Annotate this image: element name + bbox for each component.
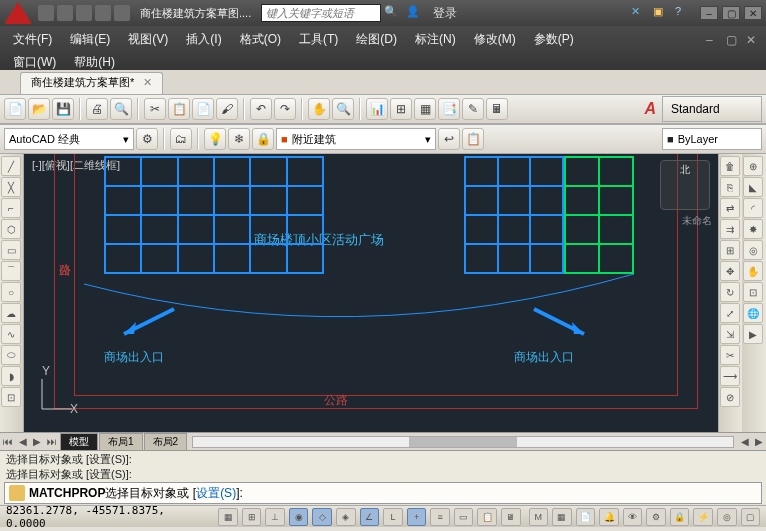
tab-nav-first-icon[interactable]: ⏮: [0, 436, 16, 447]
explode-icon[interactable]: ✸: [743, 219, 763, 239]
tpy-toggle[interactable]: ▭: [454, 508, 474, 526]
qp-toggle[interactable]: 📋: [477, 508, 497, 526]
model-toggle[interactable]: M: [529, 508, 549, 526]
mirror-icon[interactable]: ⇄: [720, 198, 740, 218]
text-style-a-icon[interactable]: A: [644, 100, 656, 118]
revcloud-icon[interactable]: ☁: [1, 303, 21, 323]
offset-icon[interactable]: ⇉: [720, 219, 740, 239]
array-icon[interactable]: ⊞: [720, 240, 740, 260]
rectangle-icon[interactable]: ▭: [1, 240, 21, 260]
layout-tab-2[interactable]: 布局2: [144, 433, 188, 451]
tool-palette-icon[interactable]: ▦: [414, 98, 436, 120]
layer-off-icon[interactable]: 💡: [204, 128, 226, 150]
erase-icon[interactable]: 🗑: [720, 156, 740, 176]
paste-icon[interactable]: 📄: [192, 98, 214, 120]
annotation-scale-icon[interactable]: 🔔: [599, 508, 619, 526]
menu-view[interactable]: 视图(V): [119, 28, 177, 51]
mdi-minimize-icon[interactable]: –: [706, 33, 722, 47]
snap-toggle[interactable]: ▦: [218, 508, 238, 526]
ortho-toggle[interactable]: ⊥: [265, 508, 285, 526]
viewcube-unnamed-label[interactable]: 未命名: [682, 214, 712, 228]
text-style-dropdown[interactable]: Standard: [662, 96, 762, 122]
osnap-toggle[interactable]: ◇: [312, 508, 332, 526]
command-line[interactable]: MATCHPROP 选择目标对象或 [ 设置(S) ]:: [4, 482, 762, 504]
user-icon[interactable]: 👤: [406, 5, 422, 21]
nav-wheel-icon[interactable]: ◎: [743, 240, 763, 260]
sheet-set-icon[interactable]: 📑: [438, 98, 460, 120]
horizontal-scrollbar[interactable]: [192, 436, 734, 448]
app-logo-icon[interactable]: [4, 2, 32, 24]
break-icon[interactable]: ⊘: [720, 387, 740, 407]
menu-format[interactable]: 格式(O): [231, 28, 290, 51]
pan-icon[interactable]: ✋: [308, 98, 330, 120]
line-icon[interactable]: ╱: [1, 156, 21, 176]
stretch-icon[interactable]: ⇲: [720, 324, 740, 344]
fillet-icon[interactable]: ◜: [743, 198, 763, 218]
drawing-canvas[interactable]: [-][俯视][二维线框] 公路 商场楼顶小区活动广场 公路 商场出入口 商场出…: [24, 154, 718, 432]
workspace-switch-icon[interactable]: ⚙: [646, 508, 666, 526]
arc-icon[interactable]: ⌒: [1, 261, 21, 281]
layout-tab-1[interactable]: 布局1: [99, 433, 143, 451]
workspace-dropdown[interactable]: AutoCAD 经典 ▾: [4, 128, 134, 150]
workspace-settings-icon[interactable]: ⚙: [136, 128, 158, 150]
properties-icon[interactable]: 📊: [366, 98, 388, 120]
menu-insert[interactable]: 插入(I): [177, 28, 230, 51]
clean-screen-icon[interactable]: ▢: [741, 508, 761, 526]
circle-icon[interactable]: ○: [1, 282, 21, 302]
tab-nav-next-icon[interactable]: ▶: [30, 436, 44, 447]
minimize-button[interactable]: –: [700, 6, 718, 20]
calc-icon[interactable]: 🖩: [486, 98, 508, 120]
polyline-icon[interactable]: ⌐: [1, 198, 21, 218]
qat-save-icon[interactable]: [76, 5, 92, 21]
ellipse-arc-icon[interactable]: ◗: [1, 366, 21, 386]
polygon-icon[interactable]: ⬡: [1, 219, 21, 239]
file-tab-active[interactable]: 商住楼建筑方案草图* ✕: [20, 72, 163, 94]
command-option[interactable]: 设置(S): [196, 485, 236, 502]
copy-modify-icon[interactable]: ⎘: [720, 177, 740, 197]
stay-connected-icon[interactable]: ▣: [653, 5, 669, 21]
color-dropdown[interactable]: ■ ByLayer: [662, 128, 762, 150]
construction-line-icon[interactable]: ╳: [1, 177, 21, 197]
sc-toggle[interactable]: 🖥: [501, 508, 521, 526]
join-icon[interactable]: ⊕: [743, 156, 763, 176]
matchprop-icon[interactable]: 🖌: [216, 98, 238, 120]
move-icon[interactable]: ✥: [720, 261, 740, 281]
command-history[interactable]: 选择目标对象或 [设置(S)]: 选择目标对象或 [设置(S)]:: [0, 451, 766, 481]
trim-icon[interactable]: ✂: [720, 345, 740, 365]
save-icon[interactable]: 💾: [52, 98, 74, 120]
print-icon[interactable]: 🖨: [86, 98, 108, 120]
nav-showmotion-icon[interactable]: ▶: [743, 324, 763, 344]
rotate-icon[interactable]: ↻: [720, 282, 740, 302]
toolbar-lock-icon[interactable]: 🔒: [670, 508, 690, 526]
design-center-icon[interactable]: ⊞: [390, 98, 412, 120]
layer-previous-icon[interactable]: ↩: [438, 128, 460, 150]
tab-nav-last-icon[interactable]: ⏭: [44, 436, 60, 447]
layer-manager-icon[interactable]: 🗂: [170, 128, 192, 150]
spline-icon[interactable]: ∿: [1, 324, 21, 344]
scroll-left-icon[interactable]: ◀: [738, 436, 752, 447]
isolate-objects-icon[interactable]: ◎: [717, 508, 737, 526]
qat-redo-icon[interactable]: [114, 5, 130, 21]
redo-icon[interactable]: ↷: [274, 98, 296, 120]
mdi-close-icon[interactable]: ✕: [746, 33, 762, 47]
annotation-visibility-icon[interactable]: 👁: [623, 508, 643, 526]
file-tab-close-icon[interactable]: ✕: [143, 76, 152, 88]
nav-pan-icon[interactable]: ✋: [743, 261, 763, 281]
layer-dropdown[interactable]: ■ 附近建筑 ▾: [276, 128, 436, 150]
3dosnap-toggle[interactable]: ◈: [336, 508, 356, 526]
maximize-button[interactable]: ▢: [722, 6, 740, 20]
quickview-layouts-icon[interactable]: ▦: [552, 508, 572, 526]
copy-icon[interactable]: 📋: [168, 98, 190, 120]
login-button[interactable]: 登录: [433, 5, 457, 22]
chamfer-icon[interactable]: ◣: [743, 177, 763, 197]
qat-new-icon[interactable]: [38, 5, 54, 21]
view-cube[interactable]: 北: [660, 160, 710, 210]
ellipse-icon[interactable]: ⬭: [1, 345, 21, 365]
scale-icon[interactable]: ⤢: [720, 303, 740, 323]
menu-help[interactable]: 帮助(H): [65, 51, 124, 74]
layer-freeze-icon[interactable]: ❄: [228, 128, 250, 150]
cut-icon[interactable]: ✂: [144, 98, 166, 120]
polar-toggle[interactable]: ◉: [289, 508, 309, 526]
help-search-input[interactable]: [261, 4, 381, 22]
menu-dimension[interactable]: 标注(N): [406, 28, 465, 51]
